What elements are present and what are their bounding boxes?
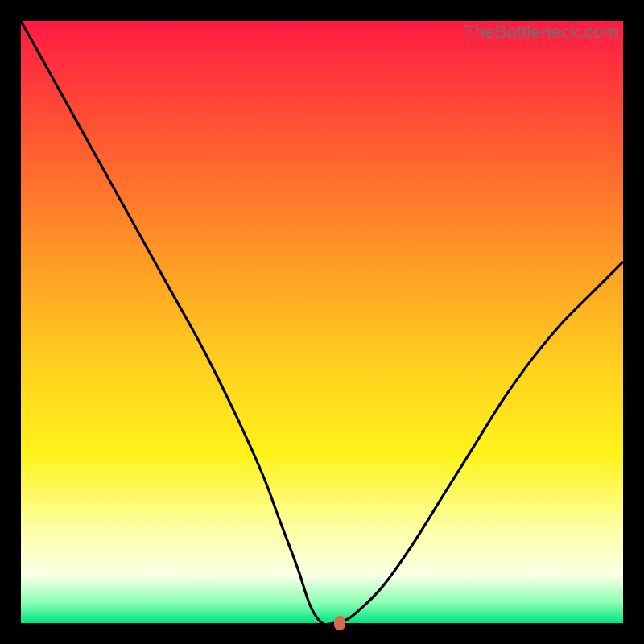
chart-plot-area: TheBottleneck.com [21, 21, 623, 623]
bottleneck-curve [21, 21, 623, 623]
optimal-point-marker [334, 616, 345, 630]
